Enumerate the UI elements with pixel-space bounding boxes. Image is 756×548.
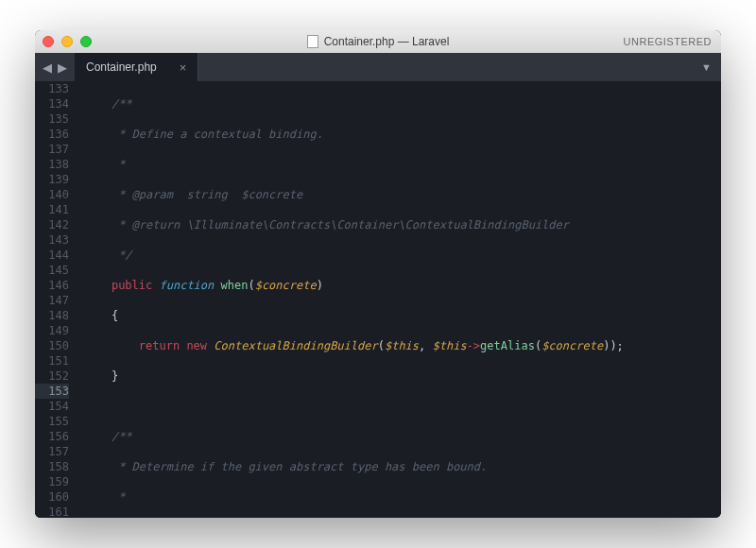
line-number: 138: [35, 157, 69, 172]
line-number: 146: [35, 278, 69, 293]
close-icon[interactable]: [43, 36, 54, 47]
line-number: 160: [35, 489, 69, 505]
nav-forward-icon[interactable]: ▶: [56, 60, 69, 75]
line-number: 154: [35, 399, 69, 414]
line-number: 141: [35, 202, 69, 217]
code-editor[interactable]: 1331341351361371381391401411421431441451…: [35, 81, 721, 518]
titlebar[interactable]: Container.php — Laravel UNREGISTERED: [35, 30, 721, 53]
nav-arrows: ◀ ▶: [35, 53, 75, 81]
traffic-lights: [43, 36, 92, 47]
document-icon: [307, 35, 318, 48]
line-number-gutter: 1331341351361371381391401411421431441451…: [35, 81, 77, 518]
tab-label: Container.php: [86, 60, 157, 74]
line-number: 135: [35, 111, 69, 127]
line-number: 148: [35, 308, 69, 323]
line-number: 134: [35, 96, 69, 111]
line-number: 143: [35, 232, 69, 248]
window-title: Container.php — Laravel: [35, 35, 721, 48]
line-number: 152: [35, 368, 69, 384]
unregistered-label: UNREGISTERED: [624, 36, 712, 47]
line-number: 157: [35, 444, 69, 459]
editor-window: Container.php — Laravel UNREGISTERED ◀ ▶…: [35, 30, 721, 518]
line-number: 142: [35, 217, 69, 232]
tab-menu-icon[interactable]: ▼: [692, 53, 721, 81]
line-number: 145: [35, 263, 69, 278]
maximize-icon[interactable]: [80, 36, 92, 47]
line-number: 140: [35, 187, 69, 202]
code-area[interactable]: /** * Define a contextual binding. * * @…: [77, 81, 721, 518]
line-number: 153: [35, 384, 69, 399]
line-number: 161: [35, 505, 69, 518]
line-number: 155: [35, 414, 69, 429]
line-number: 136: [35, 127, 69, 142]
tab-close-icon[interactable]: ×: [180, 60, 187, 75]
line-number: 156: [35, 429, 69, 444]
tab-container-php[interactable]: Container.php ×: [75, 53, 198, 81]
title-text: Container.php — Laravel: [324, 35, 450, 48]
line-number: 133: [35, 81, 69, 96]
minimize-icon[interactable]: [61, 36, 73, 47]
line-number: 147: [35, 293, 69, 308]
tab-bar: ◀ ▶ Container.php × ▼: [35, 53, 721, 81]
line-number: 144: [35, 248, 69, 263]
line-number: 150: [35, 338, 69, 353]
line-number: 149: [35, 323, 69, 338]
line-number: 137: [35, 142, 69, 157]
line-number: 158: [35, 459, 69, 474]
line-number: 139: [35, 172, 69, 187]
nav-back-icon[interactable]: ◀: [41, 60, 54, 75]
line-number: 159: [35, 474, 69, 489]
line-number: 151: [35, 353, 69, 368]
